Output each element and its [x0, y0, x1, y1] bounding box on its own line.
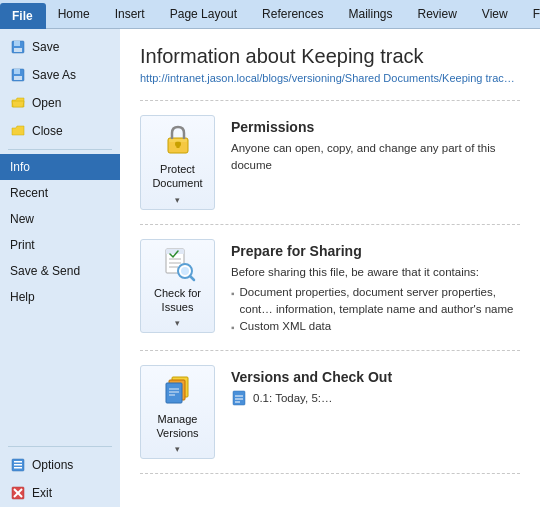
svg-rect-4 — [14, 69, 20, 74]
manage-versions-button[interactable]: ManageVersions ▾ — [140, 365, 215, 460]
permissions-section: ProtectDocument ▾ Permissions Anyone can… — [140, 100, 520, 224]
options-icon — [10, 457, 26, 473]
sidebar-bottom: Options Exit — [0, 442, 120, 507]
sidebar-help-label: Help — [10, 290, 35, 304]
sidebar-item-print[interactable]: Print — [0, 232, 120, 258]
close-file-icon — [10, 123, 26, 139]
svg-rect-1 — [14, 41, 20, 46]
sidebar-options-label: Options — [32, 458, 73, 472]
tab-mailings[interactable]: Mailings — [336, 0, 405, 28]
svg-rect-27 — [166, 383, 182, 403]
sidebar-item-save[interactable]: Save — [0, 33, 120, 61]
sharing-section: Check forIssues ▾ Prepare for Sharing Be… — [140, 224, 520, 350]
svg-rect-31 — [233, 391, 245, 405]
sidebar-separator-2 — [8, 446, 112, 447]
tab-insert[interactable]: Insert — [103, 0, 158, 28]
sidebar-new-label: New — [10, 212, 34, 226]
page-url: http://intranet.jason.local/blogs/versio… — [140, 72, 520, 84]
svg-rect-8 — [14, 464, 22, 466]
save-as-icon — [10, 67, 26, 83]
tab-page-layout[interactable]: Page Layout — [158, 0, 250, 28]
tab-view[interactable]: View — [470, 0, 521, 28]
sidebar-info-label: Info — [10, 160, 30, 174]
exit-icon — [10, 485, 26, 501]
protect-document-arrow: ▾ — [175, 195, 180, 205]
sidebar-item-recent[interactable]: Recent — [0, 180, 120, 206]
check-issues-button[interactable]: Check forIssues ▾ — [140, 239, 215, 334]
check-issues-label: Check forIssues — [154, 286, 201, 315]
sharing-list: Document properties, document server pro… — [231, 284, 520, 336]
sidebar-item-open[interactable]: Open — [0, 89, 120, 117]
svg-line-24 — [190, 276, 194, 280]
version-entry: 0.1: Today, 5:… — [231, 390, 520, 406]
sidebar: Save Save As Open — [0, 29, 120, 507]
permissions-text: Permissions Anyone can open, copy, and c… — [231, 115, 520, 175]
protect-document-label: ProtectDocument — [152, 162, 202, 191]
versions-title: Versions and Check Out — [231, 369, 520, 385]
sidebar-save-as-label: Save As — [32, 68, 76, 82]
sidebar-save-label: Save — [32, 40, 59, 54]
svg-rect-15 — [176, 144, 179, 148]
save-icon — [10, 39, 26, 55]
svg-rect-18 — [166, 249, 184, 254]
open-icon — [10, 95, 26, 111]
sidebar-item-exit[interactable]: Exit — [0, 479, 120, 507]
sidebar-recent-label: Recent — [10, 186, 48, 200]
tab-review[interactable]: Review — [405, 0, 469, 28]
svg-rect-7 — [14, 461, 22, 463]
protect-document-button[interactable]: ProtectDocument ▾ — [140, 115, 215, 210]
sidebar-item-options[interactable]: Options — [0, 451, 120, 479]
permissions-title: Permissions — [231, 119, 520, 135]
manage-versions-label: ManageVersions — [156, 412, 198, 441]
sidebar-print-label: Print — [10, 238, 35, 252]
check-issues-arrow: ▾ — [175, 318, 180, 328]
sidebar-item-save-as[interactable]: Save As — [0, 61, 120, 89]
versions-section: ManageVersions ▾ Versions and Check Out … — [140, 350, 520, 475]
tab-foxit[interactable]: Foxit PD — [521, 0, 540, 28]
svg-rect-16 — [169, 139, 187, 142]
svg-rect-9 — [14, 467, 22, 469]
ribbon-tab-bar: File Home Insert Page Layout References … — [0, 0, 540, 29]
sharing-title: Prepare for Sharing — [231, 243, 520, 259]
sidebar-item-info[interactable]: Info — [0, 154, 120, 180]
page-title: Information about Keeping track — [140, 45, 520, 68]
svg-point-23 — [181, 267, 189, 275]
version-doc-icon — [231, 390, 247, 406]
sidebar-item-close[interactable]: Close — [0, 117, 120, 145]
list-item: Document properties, document server pro… — [231, 284, 520, 319]
sharing-text: Prepare for Sharing Before sharing this … — [231, 239, 520, 336]
sidebar-save-send-label: Save & Send — [10, 264, 80, 278]
sidebar-open-label: Open — [32, 96, 61, 110]
list-item: Custom XML data — [231, 318, 520, 335]
permissions-body: Anyone can open, copy, and change any pa… — [231, 140, 520, 175]
sidebar-exit-label: Exit — [32, 486, 52, 500]
tab-home[interactable]: Home — [46, 0, 103, 28]
tab-file[interactable]: File — [0, 3, 46, 29]
check-issues-icon — [160, 246, 196, 282]
svg-rect-5 — [14, 76, 22, 80]
sidebar-item-save-send[interactable]: Save & Send — [0, 258, 120, 284]
sidebar-separator-1 — [8, 149, 112, 150]
manage-versions-icon — [160, 372, 196, 408]
content-area: Information about Keeping track http://i… — [120, 29, 540, 507]
sharing-body: Before sharing this file, be aware that … — [231, 264, 520, 281]
versions-text: Versions and Check Out 0.1: Today, 5:… — [231, 365, 520, 406]
sidebar-item-new[interactable]: New — [0, 206, 120, 232]
protect-document-icon — [160, 122, 196, 158]
sidebar-close-label: Close — [32, 124, 63, 138]
svg-rect-2 — [14, 48, 22, 52]
tab-references[interactable]: References — [250, 0, 336, 28]
main-container: Save Save As Open — [0, 29, 540, 507]
sidebar-item-help[interactable]: Help — [0, 284, 120, 310]
manage-versions-arrow: ▾ — [175, 444, 180, 454]
